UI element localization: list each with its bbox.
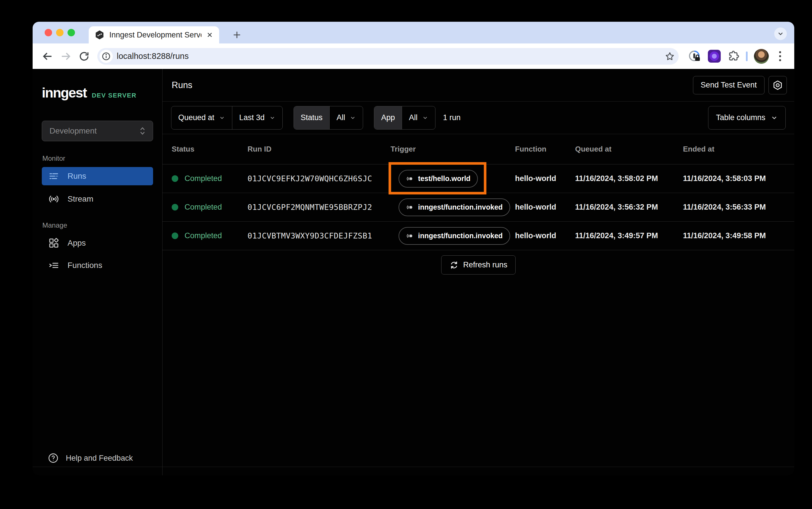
stream-broadcast-icon [47,193,60,205]
refresh-runs-label: Refresh runs [463,261,508,269]
run-id-cell[interactable]: 01JCVC6PF2MQNMTWE95BBRZPJ2 [248,203,391,212]
trigger-cell: inngest/function.invoked [391,227,515,245]
profile-avatar[interactable] [754,49,769,64]
password-manager-lock-icon[interactable] [688,49,702,63]
minimize-window-button[interactable] [56,29,64,36]
trigger-cell: test/hello.world [391,170,515,188]
tab-search-chevron-icon[interactable] [774,28,787,40]
sidebar-item-stream[interactable]: Stream [42,190,153,208]
page-header: Runs Send Test Event [163,69,794,102]
chevron-down-icon [269,115,275,121]
header-actions: Send Test Event [693,76,787,94]
environment-selector[interactable]: Development [42,121,153,141]
time-field-segment[interactable]: Queued at [171,106,232,129]
browser-menu-icon[interactable] [775,51,785,61]
help-and-feedback[interactable]: Help and Feedback [47,449,133,467]
column-header-function[interactable]: Function [515,145,575,154]
event-broadcast-icon [406,203,414,211]
time-filter[interactable]: Queued at Last 3d [171,106,283,130]
ended-at-cell: 11/16/2024, 3:58:03 PM [683,174,794,183]
toolbar-divider [746,52,748,61]
ended-at-cell: 11/16/2024, 3:56:33 PM [683,203,794,212]
window-controls [45,29,75,36]
chevron-down-icon [422,115,428,121]
queued-at-cell: 11/16/2024, 3:49:57 PM [575,231,683,240]
queued-at-cell: 11/16/2024, 3:58:02 PM [575,174,683,183]
app-filter-label: App [374,106,402,129]
refresh-runs-button[interactable]: Refresh runs [441,256,516,274]
status-cell: Completed [172,203,248,212]
trigger-event-pill[interactable]: inngest/function.invoked [398,227,510,245]
bookmark-star-icon[interactable] [663,50,676,63]
filter-bar: Queued at Last 3d Status All [163,102,794,134]
function-cell[interactable]: hello-world [515,203,575,212]
status-cell: Completed [172,174,248,183]
sidebar-item-label: Functions [67,261,102,270]
logo: inngest DEV SERVER [42,85,153,101]
section-label-monitor: Monitor [42,155,153,163]
status-value-text: All [336,113,345,122]
sidebar-item-apps[interactable]: Apps [42,234,153,252]
status-text: Completed [185,174,222,183]
question-circle-icon [47,452,59,464]
browser-tabstrip: Inngest Development Server [33,22,794,43]
extensions-puzzle-icon[interactable] [727,50,740,63]
close-tab-icon[interactable] [206,31,214,39]
run-id-cell[interactable]: 01JCVC9EFKJ2W70WQHC6ZH6SJC [248,174,391,183]
forward-icon[interactable] [58,48,74,64]
up-down-chevrons-icon [138,126,147,136]
address-bar[interactable]: localhost:8288/runs [97,48,679,65]
send-test-event-button[interactable]: Send Test Event [693,76,765,94]
run-id-cell[interactable]: 01JCVBTMV3WXY9D3CFDEJFZSB1 [248,231,391,240]
page-title: Runs [172,80,192,90]
app-filter-value[interactable]: All [402,106,435,129]
sidebar-item-runs[interactable]: Runs [42,167,153,185]
status-text: Completed [185,203,222,212]
time-field-label: Queued at [178,113,214,122]
browser-tab[interactable]: Inngest Development Server [89,26,219,43]
section-label-manage: Manage [42,221,153,230]
time-range-segment[interactable]: Last 3d [232,106,282,129]
table-row[interactable]: Completed 01JCVC9EFKJ2W70WQHC6ZH6SJC tes… [163,164,794,193]
apps-grid-icon [47,237,60,249]
status-cell: Completed [172,231,248,240]
sidebar-item-label: Apps [67,238,86,248]
inngest-app: inngest DEV SERVER Development Monitor [33,69,794,475]
trigger-cell: inngest/function.invoked [391,199,515,216]
function-cell[interactable]: hello-world [515,231,575,240]
status-filter[interactable]: Status All [294,106,363,130]
purple-extension-icon[interactable] [708,50,721,63]
queued-at-cell: 11/16/2024, 3:56:32 PM [575,203,683,212]
dev-server-badge: DEV SERVER [92,92,136,99]
status-filter-value[interactable]: All [330,106,363,129]
table-row[interactable]: Completed 01JCVBTMV3WXY9D3CFDEJFZSB1 inn… [163,222,794,250]
trigger-name: inngest/function.invoked [418,232,503,240]
back-icon[interactable] [39,48,56,64]
column-header-status[interactable]: Status [172,145,248,154]
status-dot-completed [172,233,178,239]
column-header-trigger[interactable]: Trigger [391,145,515,154]
close-window-button[interactable] [45,29,52,36]
trigger-event-pill[interactable]: test/hello.world [398,170,478,188]
sidebar-item-label: Runs [67,172,86,181]
trigger-event-pill[interactable]: inngest/function.invoked [398,199,510,216]
refresh-icon [450,261,459,270]
sidebar-item-functions[interactable]: Functions [42,256,153,274]
column-header-queued-at[interactable]: Queued at [575,145,683,154]
site-info-icon[interactable] [100,50,113,63]
inngest-favicon-icon [94,30,105,40]
app-filter[interactable]: App All [374,106,435,130]
table-row[interactable]: Completed 01JCVC6PF2MQNMTWE95BBRZPJ2 inn… [163,193,794,222]
table-columns-button[interactable]: Table columns [708,106,786,130]
zoom-window-button[interactable] [67,29,75,36]
column-header-run-id[interactable]: Run ID [248,145,391,154]
settings-button[interactable] [769,76,787,94]
status-filter-label: Status [294,106,330,129]
function-cell[interactable]: hello-world [515,174,575,183]
reload-icon[interactable] [76,48,92,64]
column-header-ended-at[interactable]: Ended at [683,145,794,154]
inngest-wordmark: inngest [42,85,87,101]
trigger-name: test/hello.world [418,174,470,183]
url-text[interactable]: localhost:8288/runs [117,52,659,61]
new-tab-button[interactable] [230,28,244,42]
